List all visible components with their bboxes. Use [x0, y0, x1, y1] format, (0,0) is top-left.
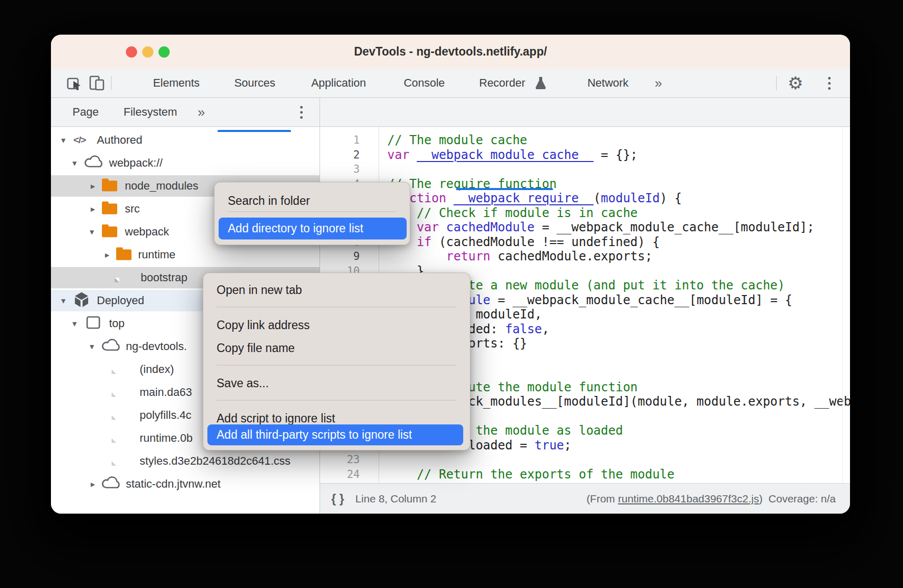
tab-network[interactable]: Network: [582, 69, 633, 97]
editor-status-bar: { } Line 8, Column 2 (From runtime.0b841…: [320, 483, 850, 514]
sources-active-underline: [218, 130, 291, 132]
toolbar-separator: [111, 76, 112, 90]
cloud-icon: [101, 476, 122, 492]
sourcemap-file-link[interactable]: runtime.0b841bad3967f3c2.js: [618, 493, 759, 505]
tree-item-webpack-origin[interactable]: ▾ webpack://: [51, 152, 320, 174]
tab-recorder[interactable]: Recorder: [475, 69, 529, 97]
pretty-print-icon[interactable]: { }: [331, 492, 344, 506]
chevron-down-icon[interactable]: ▾: [61, 296, 66, 306]
secondary-toolbar: Page Filesystem » common.mjs bootstrap ×: [51, 98, 850, 127]
menu-item-copy-file-name[interactable]: Copy file name: [217, 338, 457, 358]
chevron-right-icon[interactable]: ▸: [91, 479, 95, 490]
chevron-right-icon[interactable]: ▸: [105, 250, 110, 260]
sourcemap-from-prefix: (From: [587, 493, 618, 505]
tree-item-styles-css[interactable]: styles.d3e2b24618d2c641.css: [51, 450, 320, 472]
kebab-menu-icon[interactable]: [819, 69, 839, 97]
cursor-position: Line 8, Column 2: [355, 493, 436, 505]
menu-separator: [217, 400, 457, 400]
menu-item-search-in-folder[interactable]: Search in folder: [228, 191, 396, 211]
more-tabs-button[interactable]: »: [650, 69, 667, 97]
main-toolbar: Elements Sources Application Console Rec…: [51, 69, 850, 98]
chevron-down-icon[interactable]: ▾: [90, 227, 94, 237]
deployed-cube-icon: [73, 291, 90, 310]
screenshot-stage: DevTools - ng-devtools.netlify.app/ Elem…: [0, 0, 903, 588]
folder-icon: [102, 204, 117, 215]
menu-item-open-in-new-tab[interactable]: Open in new tab: [217, 280, 457, 300]
chevron-down-icon[interactable]: ▾: [72, 318, 77, 329]
tab-application[interactable]: Application: [305, 69, 373, 97]
device-toolbar-icon[interactable]: [87, 69, 107, 97]
folder-icon: [102, 227, 117, 237]
frame-icon: [86, 315, 101, 332]
menu-separator: [217, 307, 457, 307]
tab-elements[interactable]: Elements: [147, 69, 205, 97]
tree-item-authored[interactable]: ▾ </> Authored: [51, 129, 320, 151]
cloud-icon: [84, 155, 105, 171]
cloud-icon: [101, 338, 122, 355]
chevron-down-icon[interactable]: ▾: [72, 158, 77, 169]
chevron-down-icon[interactable]: ▾: [90, 341, 94, 352]
toolbar-separator: [776, 76, 777, 90]
sourcemap-from-suffix: ): [759, 493, 762, 505]
bootstrap-active-underline: [456, 188, 553, 190]
folder-icon: [116, 250, 131, 260]
coverage-status: Coverage: n/a: [768, 493, 836, 505]
chevron-down-icon[interactable]: ▾: [61, 135, 66, 146]
folder-icon: [102, 181, 117, 192]
window-title: DevTools - ng-devtools.netlify.app/: [51, 35, 850, 69]
tab-page[interactable]: Page: [71, 98, 100, 126]
tab-console[interactable]: Console: [400, 69, 448, 97]
more-panels-button[interactable]: »: [193, 98, 210, 126]
chevron-right-icon[interactable]: ▸: [91, 204, 95, 215]
editor-scrollbar[interactable]: [842, 127, 843, 483]
menu-separator: [217, 365, 457, 365]
menu-item-add-directory-to-ignore-list[interactable]: Add directory to ignore list: [219, 218, 407, 239]
folder-context-menu: Search in folder Add directory to ignore…: [214, 182, 410, 245]
titlebar: DevTools - ng-devtools.netlify.app/: [51, 35, 850, 69]
tree-item-static-cdn[interactable]: ▸ static-cdn.jtvnw.net: [51, 473, 320, 495]
navigator-kebab-menu-icon[interactable]: [291, 98, 311, 126]
settings-gear-icon[interactable]: ⚙: [785, 69, 806, 97]
flask-icon: [533, 69, 548, 97]
file-context-menu: Open in new tab Copy link address Copy f…: [203, 273, 470, 450]
inspect-icon[interactable]: [64, 69, 85, 97]
source-code-icon: </>: [73, 135, 86, 146]
menu-separator: [228, 211, 396, 212]
menu-item-copy-link-address[interactable]: Copy link address: [217, 315, 457, 335]
tab-sources[interactable]: Sources: [232, 69, 278, 97]
menu-item-save-as[interactable]: Save as...: [217, 373, 457, 393]
devtools-window: DevTools - ng-devtools.netlify.app/ Elem…: [51, 35, 850, 514]
chevron-right-icon[interactable]: ▸: [91, 181, 95, 192]
menu-item-add-all-third-party-scripts[interactable]: Add all third-party scripts to ignore li…: [207, 424, 463, 445]
tree-item-runtime[interactable]: ▸ runtime: [51, 244, 320, 265]
tab-filesystem[interactable]: Filesystem: [120, 98, 181, 126]
